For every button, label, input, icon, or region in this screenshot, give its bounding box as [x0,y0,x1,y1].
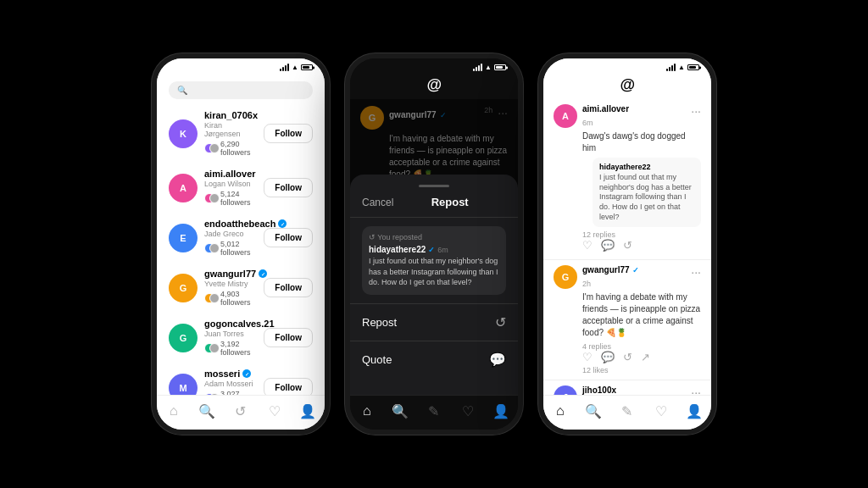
avatar: K [169,119,198,148]
username: endoatthebeach ✓ [204,219,257,229]
nav-search-icon[interactable]: 🔍 [198,402,215,419]
threads-header-3: @ [543,73,711,99]
cancel-button[interactable]: Cancel [362,197,393,208]
phone-search: ▲ 🔍 K kiran_0706x Kiran Jørgensen [152,53,330,435]
repost-preview: ↺ You reposted hidayathere22 ✓ 6m I just… [362,226,506,295]
username: aimi.allover [204,169,257,179]
modal-title: Repost [431,196,469,208]
repost-label: Repost [362,316,397,329]
mini-avatars [204,293,217,303]
nav-heart-dark[interactable]: ♡ [459,402,476,419]
detail-post[interactable]: G gwangurl77 ✓ 2h ··· I'm having a debat… [543,260,711,380]
followers-count: 5,124 followers [220,190,257,207]
detail-like-icon[interactable]: ♡ [582,239,593,252]
preview-verified: ✓ [428,246,435,254]
bottom-nav-dark: ⌂ 🔍 ✎ ♡ 👤 [350,395,518,430]
status-icons-2: ▲ [473,64,506,71]
user-item[interactable]: G gwangurl77 ✓ Yvette Mistry 4,903 follo… [157,263,325,313]
nav-search-3[interactable]: 🔍 [585,402,602,419]
nav-search-dark[interactable]: 🔍 [392,402,409,419]
follow-button[interactable]: Follow [264,278,313,297]
user-item[interactable]: E endoatthebeach ✓ Jade Greco 5,012 foll… [157,213,325,263]
detail-meta: gwangurl77 ✓ 2h [582,265,686,290]
detail-post[interactable]: A aimi.allover 6m ··· Dawg's dawg's dog … [543,99,711,260]
mini-avatars [204,143,217,153]
threads-header: @ [350,73,518,99]
search-bar[interactable]: 🔍 [169,81,313,99]
detail-repost-icon[interactable]: ↺ [623,239,632,252]
detail-comment-icon[interactable]: 💬 [601,239,615,252]
nav-profile-3[interactable]: 👤 [686,402,703,419]
quote-action[interactable]: Quote 💬 [350,341,518,378]
user-item[interactable]: A aimi.allover Logan Wilson 5,124 follow… [157,163,325,213]
repost-modal: Cancel Repost ↺ You reposted hidayathere… [350,175,518,395]
detail-username: aimi.allover [582,104,686,114]
user-item[interactable]: G gogoncalves.21 Juan Torres 3,192 follo… [157,313,325,363]
quote-icon: 💬 [489,352,506,368]
nav-heart-icon[interactable]: ♡ [266,402,283,419]
nav-compose-dark[interactable]: ✎ [426,402,442,419]
nav-activity-icon[interactable]: ↺ [232,402,249,419]
follow-button[interactable]: Follow [264,378,313,395]
nav-home-dark[interactable]: ⌂ [359,402,376,419]
status-bar-3: ▲ [543,58,711,73]
avatar: G [169,324,198,352]
detail-content: Dawg's dawg's dog dogged him [554,130,701,154]
nav-home-3[interactable]: ⌂ [552,402,569,419]
detail-post-header: A aimi.allover 6m ··· [554,104,701,129]
detail-stats: 12 replies [554,230,701,239]
detail-avatar: G [554,265,577,289]
detail-post-header: G gwangurl77 ✓ 2h ··· [554,265,701,290]
search-icon: 🔍 [177,86,187,95]
detail-post[interactable]: J jiho100x 1m ··· Don't let my Italian g… [543,380,711,395]
search-header: 🔍 [157,73,325,104]
username: mosseri ✓ [204,369,257,379]
follow-button[interactable]: Follow [264,178,313,197]
nav-home-icon[interactable]: ⌂ [165,402,182,419]
wifi-icon-2: ▲ [485,64,492,71]
detail-feed: A aimi.allover 6m ··· Dawg's dawg's dog … [543,99,711,395]
detail-actions: ♡ 💬 ↺ ↗ [554,351,701,363]
nav-compose-3[interactable]: ✎ [619,402,636,419]
nav-heart-3[interactable]: ♡ [653,402,670,419]
preview-username: hidayathere22 ✓ 6m [369,245,499,254]
bottom-nav-3: ⌂ 🔍 ✎ ♡ 👤 [543,395,711,430]
detail-like-icon[interactable]: ♡ [582,351,593,363]
user-item[interactable]: M mosseri ✓ Adam Mosseri 3,027 followers… [157,363,325,395]
thread-feed: G gwangurl77 ✓ 2h ··· I'm having a debat… [350,99,518,395]
username: kiran_0706x [204,110,257,120]
detail-more-btn[interactable]: ··· [691,104,701,118]
avatar: M [169,374,198,396]
nav-profile-dark[interactable]: 👤 [492,402,509,419]
drag-handle [419,185,449,187]
detail-repost-icon[interactable]: ↺ [623,351,632,363]
detail-meta: aimi.allover 6m [582,104,686,129]
battery-icon-3 [687,64,699,70]
username: gwangurl77 ✓ [204,269,257,279]
you-reposted-label: ↺ You reposted [369,233,499,241]
followers-row: 4,903 followers [204,290,257,307]
user-item[interactable]: K kiran_0706x Kiran Jørgensen 6,290 foll… [157,104,325,163]
detail-share-icon[interactable]: ↗ [641,351,650,363]
modal-overlay[interactable]: Cancel Repost ↺ You reposted hidayathere… [350,99,518,395]
preview-text: I just found out that my neighbor's dog … [369,256,499,288]
user-info: gwangurl77 ✓ Yvette Mistry 4,903 followe… [204,269,257,307]
detail-verified: ✓ [632,266,639,274]
repost-action[interactable]: Repost ↺ [350,303,518,341]
user-info: mosseri ✓ Adam Mosseri 3,027 followers [204,369,257,395]
user-info: aimi.allover Logan Wilson 5,124 follower… [204,169,257,207]
nav-profile-icon[interactable]: 👤 [299,402,316,419]
detail-comment-icon[interactable]: 💬 [601,351,615,363]
modal-actions: Repost ↺ Quote 💬 [350,303,518,378]
preview-time: 6m [437,246,448,254]
user-list: K kiran_0706x Kiran Jørgensen 6,290 foll… [157,104,325,395]
mini-avatars [204,343,217,353]
follow-button[interactable]: Follow [264,328,313,347]
follow-button[interactable]: Follow [264,228,313,247]
reply-post[interactable]: hidayathere22 I just found out that my n… [593,158,701,227]
signal-icon [280,64,289,71]
detail-more-btn[interactable]: ··· [691,385,701,395]
detail-more-btn[interactable]: ··· [691,265,701,279]
follow-button[interactable]: Follow [264,124,313,143]
followers-row: 5,012 followers [204,240,257,257]
